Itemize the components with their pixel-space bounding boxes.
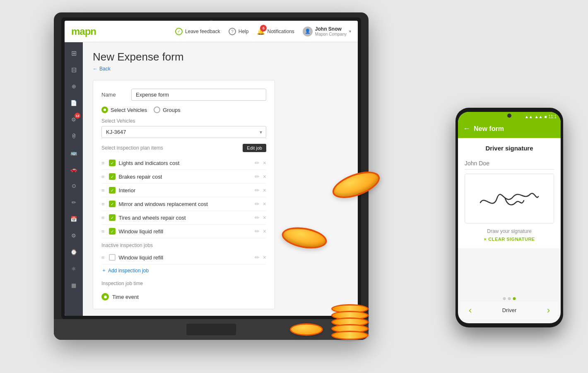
clear-signature-label: CLEAR SIGNATURE bbox=[488, 237, 535, 242]
sidebar: ⊞ ⊟ ⊕ 📄 ⚙ 12 🛢 🚌 🚗 ⊙ ✏ 📅 ⚙ ⌚ ⚛ ▦ bbox=[65, 42, 83, 316]
checkbox-checked-icon[interactable]: ✓ bbox=[109, 214, 116, 221]
sidebar-item-map[interactable]: ⊕ bbox=[66, 79, 81, 94]
inspection-item: ≡ ✓ Mirror and windows replacement cost … bbox=[101, 197, 266, 211]
driver-name-input[interactable] bbox=[465, 157, 554, 170]
add-inspection-label: Add inspection job bbox=[108, 268, 149, 274]
wifi-icon: ▲▲ bbox=[525, 114, 533, 119]
radio-select-vehicles[interactable]: Select Vehicles bbox=[101, 107, 147, 113]
time-event-label: Time event bbox=[112, 294, 139, 300]
edit-job-button[interactable]: Edit job bbox=[243, 144, 266, 152]
edit-item-icon[interactable]: ✏ bbox=[255, 254, 260, 261]
sidebar-item-menu1[interactable]: ⚛ bbox=[66, 261, 81, 276]
radio-groups[interactable]: Groups bbox=[154, 107, 181, 113]
laptop-base bbox=[54, 319, 369, 340]
logo-n: n bbox=[90, 26, 96, 37]
checkbox-checked-icon[interactable]: ✓ bbox=[109, 201, 116, 207]
sidebar-item-tasks[interactable]: ⚙ 12 bbox=[66, 112, 81, 127]
back-arrow-icon: ← bbox=[93, 66, 98, 72]
user-info: John Snow Mapon Company bbox=[315, 26, 347, 36]
item-actions: ✏ × bbox=[255, 173, 266, 180]
edit-item-icon[interactable]: ✏ bbox=[255, 201, 260, 207]
remove-item-icon[interactable]: × bbox=[263, 173, 266, 180]
user-section[interactable]: 👤 John Snow Mapon Company ▾ bbox=[303, 26, 351, 36]
grid-icon: ⊟ bbox=[71, 66, 77, 74]
logo: mapn bbox=[71, 26, 96, 37]
phone-nav-label: Driver bbox=[502, 307, 517, 313]
tasks-badge: 12 bbox=[75, 113, 80, 119]
checkbox-checked-icon[interactable]: ✓ bbox=[109, 228, 116, 235]
clear-signature-button[interactable]: × CLEAR SIGNATURE bbox=[465, 237, 554, 242]
help-button[interactable]: ? Help bbox=[229, 28, 249, 35]
laptop-screen: mapn ✓ Leave feedback ? Help 6 🔔 Notific… bbox=[65, 21, 358, 316]
checkbox-checked-icon[interactable]: ✓ bbox=[109, 187, 116, 194]
phone-prev-arrow-icon[interactable]: ‹ bbox=[469, 305, 472, 316]
sidebar-item-vehicles[interactable]: 🚗 bbox=[66, 162, 81, 177]
vehicle-dropdown-wrap: KJ-3647 bbox=[101, 126, 266, 138]
name-row: Name bbox=[101, 89, 266, 101]
inspection-item: ≡ ✓ Brakes repair cost ✏ × bbox=[101, 170, 266, 184]
phone-screen: ▲▲ ▲▲ ■ 11:1 ← New form Driver signature… bbox=[458, 112, 561, 323]
main-content: New Expense form ← Back Name bbox=[83, 42, 358, 316]
sidebar-item-fuel[interactable]: 🛢 bbox=[66, 128, 81, 143]
avatar: 👤 bbox=[303, 27, 313, 36]
select-vehicles-label: Select Vehicles bbox=[111, 107, 147, 113]
checkbox-checked-icon[interactable]: ✓ bbox=[109, 160, 116, 166]
edit-item-icon[interactable]: ✏ bbox=[255, 228, 260, 235]
name-input[interactable] bbox=[131, 89, 266, 101]
sidebar-item-time[interactable]: ⌚ bbox=[66, 245, 81, 259]
time-icon: ⌚ bbox=[70, 249, 77, 255]
app-header: mapn ✓ Leave feedback ? Help 6 🔔 Notific… bbox=[65, 21, 358, 42]
time-event-option[interactable]: Time event bbox=[101, 293, 266, 300]
edit-item-icon[interactable]: ✏ bbox=[255, 173, 260, 180]
dot-3-active bbox=[513, 297, 516, 300]
inspection-item: ≡ ✓ Tires and wheels repair cost ✏ × bbox=[101, 211, 266, 225]
dot-1 bbox=[503, 297, 506, 300]
edit-icon: ✏ bbox=[72, 199, 76, 206]
menu1-icon: ⚛ bbox=[71, 266, 76, 272]
edit-item-icon[interactable]: ✏ bbox=[255, 160, 260, 166]
signal-icon: ▲▲ bbox=[535, 114, 543, 119]
remove-item-icon[interactable]: × bbox=[263, 201, 266, 207]
sidebar-item-reports[interactable]: 📄 bbox=[66, 95, 81, 110]
feedback-button[interactable]: ✓ Leave feedback bbox=[175, 28, 220, 35]
chevron-down-icon: ▾ bbox=[349, 29, 351, 34]
edit-item-icon[interactable]: ✏ bbox=[255, 214, 260, 221]
checkbox-checked-icon[interactable]: ✓ bbox=[109, 173, 116, 180]
remove-item-icon[interactable]: × bbox=[263, 254, 266, 261]
sidebar-item-calendar[interactable]: 📅 bbox=[66, 211, 81, 226]
radio-active-icon bbox=[101, 293, 109, 300]
sidebar-item-grid[interactable]: ⊟ bbox=[66, 62, 81, 77]
groups-label: Groups bbox=[163, 107, 181, 113]
item-label: Mirror and windows replacement cost bbox=[119, 201, 251, 207]
radio-group: Select Vehicles Groups bbox=[101, 107, 266, 113]
sidebar-item-menu2[interactable]: ▦ bbox=[66, 278, 81, 293]
vehicle-dropdown[interactable]: KJ-3647 bbox=[101, 126, 266, 138]
sidebar-item-edit[interactable]: ✏ bbox=[66, 195, 81, 210]
drag-handle-icon: ≡ bbox=[101, 187, 105, 194]
phone-new-form-title: New form bbox=[474, 125, 504, 133]
item-label: Tires and wheels repair cost bbox=[119, 215, 251, 221]
drag-handle-icon: ≡ bbox=[101, 254, 105, 261]
remove-item-icon[interactable]: × bbox=[263, 160, 266, 166]
phone-footer: ‹ Driver › bbox=[460, 301, 558, 319]
sidebar-item-settings[interactable]: ⚙ bbox=[66, 228, 81, 243]
phone-next-arrow-icon[interactable]: › bbox=[547, 305, 550, 316]
reports-icon: 📄 bbox=[70, 100, 77, 106]
phone-back-arrow-icon[interactable]: ← bbox=[463, 124, 470, 133]
remove-item-icon[interactable]: × bbox=[263, 214, 266, 221]
signature-area[interactable] bbox=[465, 174, 554, 223]
item-actions: ✏ × bbox=[255, 214, 266, 221]
edit-item-icon[interactable]: ✏ bbox=[255, 187, 260, 194]
remove-item-icon[interactable]: × bbox=[263, 187, 266, 194]
item-label: Window liquid refill bbox=[119, 228, 251, 235]
checkbox-unchecked-icon[interactable] bbox=[109, 254, 116, 261]
drag-handle-icon: ≡ bbox=[101, 215, 105, 221]
back-link[interactable]: ← Back bbox=[93, 66, 348, 72]
remove-item-icon[interactable]: × bbox=[263, 228, 266, 235]
sidebar-item-users[interactable]: ⊙ bbox=[66, 178, 81, 193]
sidebar-item-routes[interactable]: 🚌 bbox=[66, 145, 81, 160]
routes-icon: 🚌 bbox=[70, 150, 77, 156]
sidebar-item-dashboard[interactable]: ⊞ bbox=[66, 46, 81, 61]
add-inspection-link[interactable]: ＋ Add inspection job bbox=[101, 264, 266, 276]
notifications-button[interactable]: 6 🔔 Notifications bbox=[257, 27, 294, 35]
